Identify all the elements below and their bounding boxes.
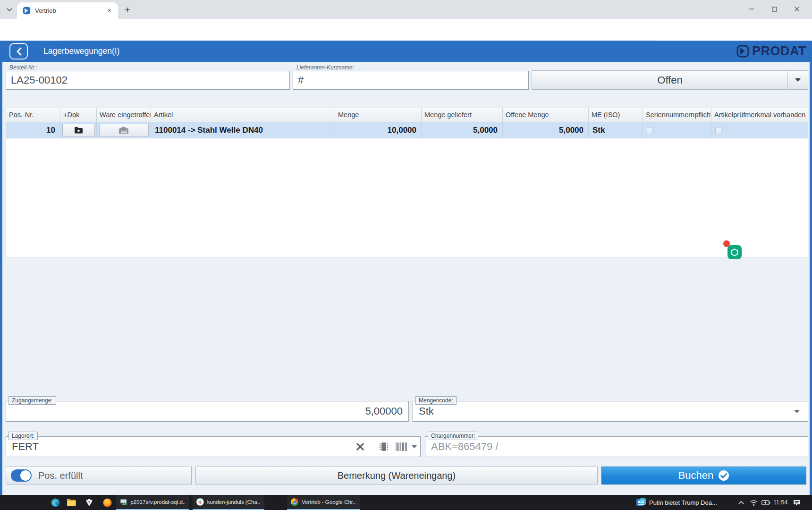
zugangsmenge-value: 5,00000 [365, 405, 403, 417]
browser-toolbar: vertrieb.m.prodat-erp.de:8093 S [0, 19, 812, 37]
zugangsmenge-input[interactable]: 5,00000 [6, 401, 409, 422]
chat-notification-dot [723, 240, 730, 247]
mengencode-label: Mengencode: [415, 396, 457, 405]
chargennummer-value: ABK=865479 / [431, 441, 499, 453]
tab-title: Vertrieb [35, 7, 105, 14]
mengencode-value: Stk [419, 405, 434, 417]
bemerkung-label: Bemerkung (Wareneingang) [338, 470, 456, 481]
action-center-button[interactable] [792, 498, 802, 507]
news-headline: Putin bietet Trump Dea... [649, 499, 717, 506]
app-back-button[interactable] [9, 43, 28, 60]
window-close-button[interactable] [787, 0, 806, 18]
prodat-favicon [23, 7, 31, 15]
status-dropdown-arrow[interactable] [787, 71, 808, 89]
tab-close-icon[interactable]: ✕ [105, 7, 113, 15]
status-dropdown[interactable]: Offen [532, 70, 808, 90]
lagerort-input[interactable]: FERT [6, 436, 421, 457]
prodat-brand: PRODAT [736, 41, 806, 62]
chargennummer-label: Chargennummer: [428, 432, 478, 440]
firefox-glyph [103, 498, 112, 507]
taskbar-item-rdp[interactable]: p2017srv.prodat-sql.d... [116, 495, 189, 510]
slack-icon [196, 498, 204, 506]
cell-offene-menge: 5,0000 [503, 122, 589, 138]
browser-tab-strip: Vertrieb ✕ + [0, 0, 812, 19]
chargennummer-input[interactable]: ABK=865479 / [425, 436, 808, 457]
window-minimize-button[interactable] [742, 0, 761, 18]
taskbar-item-slack[interactable]: kunden-junduls (Cha... [193, 495, 264, 510]
battery-indicator[interactable] [761, 498, 770, 507]
col-artikel: Artikel [151, 108, 335, 122]
file-explorer-icon[interactable] [67, 498, 76, 507]
new-tab-button[interactable]: + [122, 4, 133, 16]
page-right-border [810, 62, 812, 495]
pos-erfuellt-label: Pos. erfüllt [38, 470, 83, 481]
battery-charging-icon [761, 500, 770, 505]
bestellnr-label: Bestell-Nr.: [9, 64, 37, 71]
col-ware-eingetroffen: Ware eingetroffen [97, 108, 151, 122]
positions-table: Pos.-Nr. +Dok Ware eingetroffen Artikel … [6, 108, 808, 257]
taskbar-news-widget[interactable]: Putin bietet Trump Dea... [633, 495, 733, 510]
tab-search-button[interactable] [4, 5, 15, 15]
lieferant-label: Lieferanten-Kurzname: [296, 64, 354, 71]
table-row-selected[interactable]: 10 1100014 -> Stahl Welle DN40 10,0000 5… [6, 122, 808, 138]
cell-menge: 10,0000 [335, 122, 422, 138]
col-pos-nr: Pos.-Nr. [6, 108, 60, 122]
taskbar-item-label: kunden-junduls (Cha... [207, 499, 261, 505]
wolf-app-icon[interactable] [85, 498, 94, 507]
taskbar-item-chrome[interactable]: Vertrieb - Google Chr... [287, 495, 360, 510]
close-icon [794, 6, 800, 12]
chevron-up-icon [738, 501, 744, 504]
clear-x-icon[interactable] [356, 443, 364, 450]
cell-menge-geliefert: 5,0000 [422, 122, 503, 138]
maximize-icon [772, 7, 777, 12]
tray-chevron-up[interactable] [736, 498, 746, 507]
col-artikelpruefmerkmal: Artikelprüfmerkmal vorhanden [711, 108, 806, 122]
notification-icon [793, 499, 801, 506]
folder-glyph [67, 499, 76, 506]
buchen-button[interactable]: Buchen [601, 467, 806, 484]
dropdown-arrow-icon [795, 78, 801, 82]
lieferant-value: # [298, 74, 304, 86]
mengencode-select[interactable]: Stk [413, 401, 808, 422]
warehouse-icon [118, 126, 129, 134]
chevron-down-icon [7, 8, 12, 12]
add-document-button[interactable] [62, 124, 95, 137]
mengencode-dropdown-icon[interactable] [794, 409, 800, 414]
wolf-glyph [85, 498, 93, 507]
app-header: Lagerbewegungen(I) PRODAT [0, 41, 812, 62]
table-header-row: Pos.-Nr. +Dok Ware eingetroffen Artikel … [6, 108, 808, 122]
edge-glyph [51, 498, 60, 507]
artikelpruefmerkmal-checkbox[interactable] [715, 127, 721, 133]
hexagon-chat-icon [731, 248, 738, 256]
taskbar-item-label: p2017srv.prodat-sql.d... [130, 499, 185, 505]
ware-eingetroffen-button[interactable] [99, 124, 149, 137]
wifi-indicator[interactable] [749, 498, 758, 507]
edge-icon[interactable] [51, 498, 60, 507]
seriennummernpflicht-checkbox[interactable] [647, 127, 653, 133]
lieferant-input[interactable]: # [293, 71, 529, 90]
col-seriennummernpflicht: Seriennummernpflicht [643, 108, 711, 122]
chat-widget-button[interactable] [727, 245, 742, 259]
check-circle-icon [718, 470, 729, 481]
chrome-icon [291, 498, 298, 506]
wifi-icon [750, 500, 758, 506]
bestellnr-input[interactable]: LA25-00102 [6, 71, 290, 90]
lagerort-value: FERT [12, 441, 39, 453]
clock-text: 11:54 [773, 499, 787, 506]
firefox-icon[interactable] [102, 498, 112, 507]
page-title: Lagerbewegungen(I) [43, 41, 120, 62]
brand-text: PRODAT [752, 44, 806, 59]
chevron-left-icon [16, 47, 22, 56]
lagerort-dropdown-icon[interactable] [411, 445, 417, 449]
bemerkung-button[interactable]: Bemerkung (Wareneingang) [195, 467, 598, 484]
taskbar-item-label: Vertrieb - Google Chr... [302, 499, 356, 505]
pos-erfuellt-toggle[interactable] [11, 469, 32, 482]
window-maximize-button[interactable] [765, 0, 784, 18]
barcode-icon[interactable] [396, 442, 407, 451]
rfid-chip-icon[interactable] [379, 442, 389, 452]
browser-tab-vertrieb[interactable]: Vertrieb ✕ [17, 2, 118, 19]
taskbar-clock[interactable]: 11:54 [773, 495, 787, 510]
col-menge: Menge [335, 108, 422, 122]
prodat-logo-icon [736, 45, 749, 58]
folder-plus-icon [74, 127, 83, 134]
